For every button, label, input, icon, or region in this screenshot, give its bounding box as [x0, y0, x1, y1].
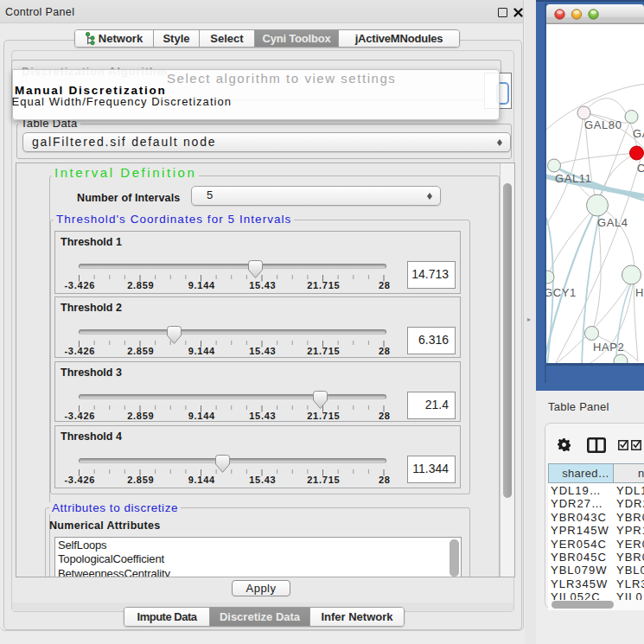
svg-text:HI: HI [635, 286, 644, 299]
svg-text:HAP2: HAP2 [593, 341, 624, 354]
svg-text:GAL80: GAL80 [584, 118, 622, 131]
svg-text:GAL11: GAL11 [555, 172, 592, 185]
svg-text:C1: C1 [637, 162, 644, 175]
svg-text:GCY1: GCY1 [544, 286, 577, 299]
svg-text:GA: GA [633, 127, 644, 140]
svg-text:GAL4: GAL4 [597, 216, 628, 229]
